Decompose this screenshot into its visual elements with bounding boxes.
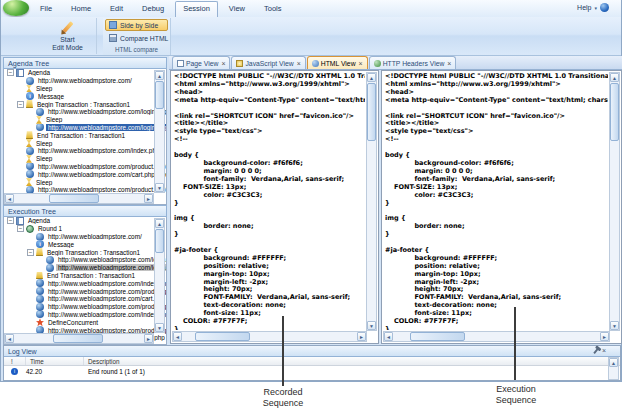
tree-item[interactable]: http://www.webloadmpstore.com/index.php (4, 311, 166, 319)
compare-html-button[interactable]: Compare HTML (105, 32, 168, 44)
scroll-down-icon[interactable]: ▼ (610, 321, 619, 330)
side-by-side-button[interactable]: Side by Side (105, 19, 168, 31)
menu-item-view[interactable]: View (221, 1, 253, 17)
tree-item[interactable]: http://www.webloadmpstore.com/product.ph… (4, 287, 166, 295)
menu-item-edit[interactable]: Edit (102, 1, 131, 17)
tree-item[interactable]: −Agenda (4, 69, 166, 77)
tab-javascript[interactable]: JavaScript View× (231, 56, 305, 69)
tree-item[interactable]: http://www.webloadmpstore.com/index.php (4, 279, 166, 287)
tree-item[interactable]: End Transaction : Transaction1 (4, 272, 166, 280)
collapse-icon[interactable]: − (7, 69, 14, 76)
scroll-up-icon[interactable]: ▲ (609, 358, 618, 367)
tree-item[interactable]: http://www.webloadmpstore.com/login.p (4, 264, 166, 272)
menu-item-tools[interactable]: Tools (256, 1, 290, 17)
agenda-tree-body[interactable]: −Agendahttp://www.webloadmpstore.com/Sle… (3, 69, 167, 205)
tree-item[interactable]: Sleep (4, 116, 166, 124)
scroll-left-icon[interactable]: ◄ (5, 194, 14, 203)
tree-item[interactable]: http://www.webloadmpstore.com/index.php (4, 147, 166, 155)
scroll-up-icon[interactable]: ▲ (610, 73, 619, 82)
code-vertical-scrollbar[interactable]: ▲ ▼ (366, 72, 377, 331)
recorded-code-panel[interactable]: <!DOCTYPE html PUBLIC "-//W3C//DTD XHTML… (170, 70, 379, 344)
tree-item[interactable]: http://www.webloadmpstore.com/cart.php (4, 295, 166, 303)
scrollbar-thumb[interactable] (155, 81, 164, 109)
collapse-icon[interactable]: − (17, 225, 24, 232)
scrollbar-thumb[interactable] (49, 194, 99, 203)
tree-item[interactable]: Sleep (4, 178, 166, 186)
log-col-icon[interactable]: ! (4, 357, 26, 365)
execution-code-text[interactable]: <!DOCTYPE html PUBLIC "-//W3C//DTD XHTML… (385, 73, 608, 330)
tree-item[interactable]: http://www.webloadmpstore.com/login.p (4, 256, 166, 264)
tab-html[interactable]: HTML View× (307, 56, 368, 69)
help-globe-icon[interactable] (600, 3, 609, 12)
close-icon[interactable]: × (297, 60, 301, 67)
tree-item[interactable]: DefineConcurrent (4, 318, 166, 326)
execution-horizontal-scrollbar[interactable]: ◄ ► (4, 333, 154, 344)
help-menu[interactable]: Help ▾ (577, 3, 609, 12)
scroll-right-icon[interactable]: ► (144, 334, 153, 343)
close-icon[interactable]: × (359, 60, 363, 67)
tree-item[interactable]: http://www.webloadmpstore.com/login.php (4, 124, 166, 132)
scroll-down-icon[interactable]: ▼ (155, 323, 164, 332)
tree-item[interactable]: Message (4, 92, 166, 100)
tree-item[interactable]: http://www.webloadmpstore.com/product.ph… (4, 303, 166, 311)
scrollbar-thumb[interactable] (195, 332, 250, 341)
menu-item-session[interactable]: Session (175, 1, 218, 17)
code-horizontal-scrollbar[interactable]: ◄ ► (172, 331, 367, 342)
collapse-icon[interactable]: − (17, 101, 24, 108)
log-col-time[interactable]: Time (26, 357, 84, 365)
close-icon[interactable]: × (447, 60, 451, 67)
tree-item[interactable]: End Transaction : Transaction1 (4, 131, 166, 139)
scrollbar-thumb[interactable] (367, 83, 376, 141)
close-icon[interactable]: × (221, 60, 225, 67)
agenda-horizontal-scrollbar[interactable]: ◄ ► (4, 193, 154, 204)
tree-item[interactable]: Message (4, 240, 166, 248)
close-icon[interactable]: × (602, 347, 606, 355)
agenda-vertical-scrollbar[interactable]: ▲ ▼ (154, 70, 165, 193)
log-row[interactable]: i42.20End round 1 (1 of 1) (4, 366, 620, 376)
execution-tree-body[interactable]: −Agenda−Round 1http://www.webloadmpstore… (3, 217, 167, 345)
scroll-right-icon[interactable]: ► (357, 332, 366, 341)
tree-item[interactable]: Sleep (4, 139, 166, 147)
pin-icon[interactable] (593, 348, 598, 354)
scroll-right-icon[interactable]: ► (144, 194, 153, 203)
scroll-down-icon[interactable]: ▼ (155, 183, 164, 192)
scroll-up-icon[interactable]: ▲ (155, 71, 164, 80)
tree-item[interactable]: −Agenda (4, 217, 166, 225)
scrollbar-thumb[interactable] (155, 229, 164, 253)
tree-item[interactable]: http://www.webloadmpstore.com/login.php (4, 108, 166, 116)
recorded-code-text[interactable]: <!DOCTYPE html PUBLIC "-//W3C//DTD XHTML… (174, 73, 365, 330)
tree-item[interactable]: Sleep (4, 155, 166, 163)
execution-code-panel[interactable]: <!DOCTYPE html PUBLIC "-//W3C//DTD XHTML… (381, 70, 622, 344)
start-edit-mode-button[interactable]: Start Edit Mode (39, 18, 97, 54)
scroll-left-icon[interactable]: ◄ (5, 334, 14, 343)
scrollbar-thumb[interactable] (610, 83, 619, 141)
tab-page[interactable]: Page View× (172, 56, 230, 69)
scroll-down-icon[interactable]: ▼ (367, 321, 376, 330)
app-logo-icon[interactable] (3, 0, 29, 16)
tree-item[interactable]: http://www.webloadmpstore.com/ (4, 233, 166, 241)
tree-item[interactable]: Sleep (4, 85, 166, 93)
tree-item[interactable]: http://www.webloadmpstore.com/product.ph… (4, 163, 166, 171)
scroll-up-icon[interactable]: ▲ (155, 219, 164, 228)
menu-item-debug[interactable]: Debug (134, 1, 172, 17)
menu-item-file[interactable]: File (32, 1, 60, 17)
log-vertical-scrollbar[interactable]: ▲ (608, 357, 619, 380)
tree-item[interactable]: −Round 1 (4, 225, 166, 233)
tab-http-headers[interactable]: HTTP Headers View× (369, 56, 457, 69)
tree-item[interactable]: http://www.webloadmpstore.com/cart.php?e… (4, 170, 166, 178)
tree-item[interactable]: http://www.webloadmpstore.com/ (4, 77, 166, 85)
collapse-icon[interactable]: − (27, 249, 34, 256)
code-horizontal-scrollbar[interactable]: ◄ ► (383, 331, 610, 342)
scrollbar-thumb[interactable] (53, 334, 103, 343)
scroll-up-icon[interactable]: ▲ (367, 73, 376, 82)
scrollbar-thumb[interactable] (410, 332, 465, 341)
collapse-icon[interactable]: − (7, 217, 14, 224)
tree-item[interactable]: −Begin Transaction : Transaction1 (4, 248, 166, 256)
execution-vertical-scrollbar[interactable]: ▲ ▼ (154, 218, 165, 333)
code-vertical-scrollbar[interactable]: ▲ ▼ (609, 72, 620, 331)
log-col-description[interactable]: Description (84, 358, 620, 365)
menu-item-home[interactable]: Home (63, 1, 99, 17)
scroll-left-icon[interactable]: ◄ (173, 332, 182, 341)
scroll-right-icon[interactable]: ► (600, 332, 609, 341)
scroll-left-icon[interactable]: ◄ (384, 332, 393, 341)
